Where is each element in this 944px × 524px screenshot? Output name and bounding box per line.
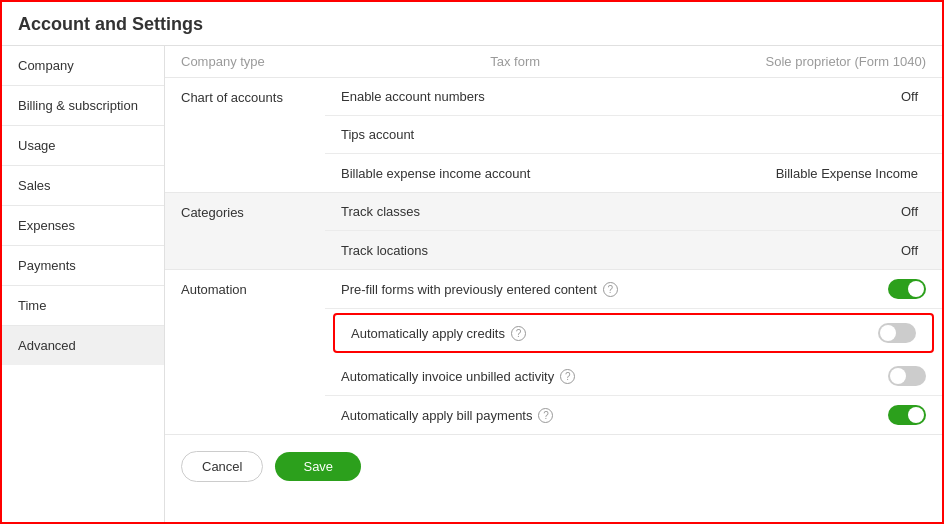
apply-bill-payments-toggle[interactable]	[888, 405, 926, 425]
sidebar-item-billing[interactable]: Billing & subscription	[2, 86, 164, 126]
apply-bill-payments-help-icon[interactable]: ?	[538, 408, 553, 423]
apply-credits-label: Automatically apply credits ?	[351, 326, 526, 341]
sidebar-item-company[interactable]: Company	[2, 46, 164, 86]
track-classes-row: Track classes Off	[325, 193, 942, 231]
sidebar-item-advanced[interactable]: Advanced	[2, 326, 164, 365]
track-locations-value: Off	[746, 243, 926, 258]
billable-expense-label: Billable expense income account	[341, 166, 530, 181]
main-content: Company type Tax form Sole proprietor (F…	[165, 46, 942, 522]
apply-bill-payments-label: Automatically apply bill payments ?	[341, 408, 553, 423]
cancel-button[interactable]: Cancel	[181, 451, 263, 482]
tips-account-row: Tips account	[325, 116, 942, 154]
partial-top-row: Company type Tax form Sole proprietor (F…	[165, 46, 942, 78]
apply-credits-toggle-slider	[878, 323, 916, 343]
invoice-unbilled-toggle[interactable]	[888, 366, 926, 386]
enable-account-numbers-row: Enable account numbers Off	[325, 78, 942, 116]
sidebar-item-time[interactable]: Time	[2, 286, 164, 326]
chart-of-accounts-section: Chart of accounts Enable account numbers…	[165, 78, 942, 193]
billable-expense-value: Billable Expense Income	[746, 166, 926, 181]
billable-expense-row: Billable expense income account Billable…	[325, 154, 942, 192]
categories-content: Track classes Off Track locations Off	[325, 193, 942, 269]
automation-content: Pre-fill forms with previously entered c…	[325, 270, 942, 434]
chart-of-accounts-label: Chart of accounts	[165, 78, 325, 117]
categories-label: Categories	[165, 193, 325, 232]
enable-account-numbers-label: Enable account numbers	[341, 89, 485, 104]
sidebar: Company Billing & subscription Usage Sal…	[2, 46, 165, 522]
enable-account-numbers-value: Off	[746, 89, 926, 104]
sidebar-item-sales[interactable]: Sales	[2, 166, 164, 206]
tips-account-label: Tips account	[341, 127, 414, 142]
track-locations-row: Track locations Off	[325, 231, 942, 269]
track-classes-value: Off	[746, 204, 926, 219]
prefill-label: Pre-fill forms with previously entered c…	[341, 282, 618, 297]
apply-credits-toggle[interactable]	[878, 323, 916, 343]
company-type-value: Sole proprietor (Form 1040)	[766, 54, 926, 69]
chart-of-accounts-content: Enable account numbers Off Tips account …	[325, 78, 942, 192]
invoice-unbilled-row: Automatically invoice unbilled activity …	[325, 357, 942, 396]
categories-section: Categories Track classes Off Track locat…	[165, 193, 942, 270]
sidebar-item-payments[interactable]: Payments	[2, 246, 164, 286]
prefill-help-icon[interactable]: ?	[603, 282, 618, 297]
bottom-buttons: Cancel Save	[165, 435, 942, 498]
automation-label: Automation	[165, 270, 325, 309]
track-classes-label: Track classes	[341, 204, 420, 219]
page-title: Account and Settings	[2, 2, 942, 46]
track-locations-label: Track locations	[341, 243, 428, 258]
apply-bill-payments-toggle-slider	[888, 405, 926, 425]
automation-section: Automation Pre-fill forms with previousl…	[165, 270, 942, 435]
apply-credits-help-icon[interactable]: ?	[511, 326, 526, 341]
prefill-toggle[interactable]	[888, 279, 926, 299]
sidebar-item-usage[interactable]: Usage	[2, 126, 164, 166]
apply-credits-container: Automatically apply credits ?	[325, 309, 942, 357]
invoice-unbilled-help-icon[interactable]: ?	[560, 369, 575, 384]
invoice-unbilled-toggle-slider	[888, 366, 926, 386]
apply-credits-row: Automatically apply credits ?	[333, 313, 934, 353]
company-type-label: Company type	[181, 54, 265, 69]
save-button[interactable]: Save	[275, 452, 361, 481]
invoice-unbilled-label: Automatically invoice unbilled activity …	[341, 369, 575, 384]
tax-form-label: Tax form	[490, 54, 540, 69]
apply-bill-payments-row: Automatically apply bill payments ?	[325, 396, 942, 434]
prefill-row: Pre-fill forms with previously entered c…	[325, 270, 942, 309]
prefill-toggle-slider	[888, 279, 926, 299]
sidebar-item-expenses[interactable]: Expenses	[2, 206, 164, 246]
